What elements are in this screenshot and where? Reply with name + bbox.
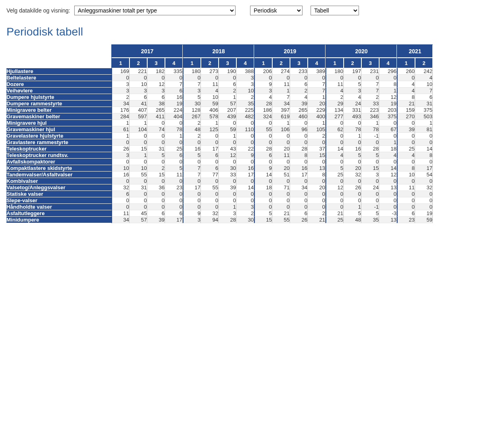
cell-value: 17 [165,217,183,223]
cell-value: 4 [397,88,415,94]
cell-value: 242 [415,68,433,75]
cell-value: 619 [272,113,290,120]
cell-value: 20 [344,165,361,172]
cell-value: 0 [147,191,165,197]
row-label: Veihøvlere [6,88,111,94]
cell-value: 15 [308,152,325,159]
cell-value: 0 [397,139,415,146]
cell-value: 23 [397,217,415,223]
cell-value: 2 [308,133,325,139]
cell-value: 39 [290,100,308,107]
cell-value: 260 [397,68,415,75]
cell-value: 33 [219,172,236,178]
cell-value: 0 [183,197,201,204]
cell-value: 0 [183,191,201,197]
cell-value: 5 [254,210,272,217]
cell-value: 39 [147,217,165,223]
cell-value: 0 [129,133,147,139]
cell-value: 1 [379,88,397,94]
cell-value: 7 [308,88,325,94]
cell-value: 233 [290,68,308,75]
row-label: Avfallskompaktorer [6,159,111,165]
quarter-header: 3 [290,58,308,68]
cell-value: 0 [325,75,344,81]
table-row: Gravelastere hjulstyrte10012010000201-10… [6,133,433,139]
cell-value: 493 [344,113,361,120]
cell-value: 4 [325,152,344,159]
cell-value: 28 [219,217,236,223]
table-row: Gravemaskiner belter28459741140426757843… [6,113,433,120]
quarter-header: 2 [129,58,147,68]
cell-value: 5 [165,165,183,172]
view-select[interactable]: Tabell [311,6,359,15]
cell-value: 1 [129,152,147,159]
cell-value: 389 [308,68,325,75]
cell-value: 1 [308,94,325,100]
cell-value: 11 [272,81,290,88]
cell-value: 31 [415,100,433,107]
cell-value: 78 [344,126,361,133]
cell-value: 7 [165,81,183,88]
cell-value: 6 [201,165,219,172]
cell-value: 0 [219,139,236,146]
cell-value: 0 [290,191,308,197]
cell-value: 12 [379,172,397,178]
cell-value: 0 [290,133,308,139]
cell-value: 5 [344,81,361,88]
cell-value: 0 [147,159,165,165]
cell-value: 1 [361,120,379,126]
cell-value: 2 [308,210,325,217]
cell-value: 105 [308,126,325,133]
cell-value: 0 [254,139,272,146]
cell-value: 203 [379,107,397,113]
quarter-header: 4 [379,58,397,68]
cell-value: 134 [325,107,344,113]
cell-value: 6 [290,81,308,88]
cell-value: 274 [272,68,290,75]
cell-value: 34 [111,100,129,107]
cell-value: 0 [397,191,415,197]
cell-value: 20 [308,184,325,191]
cell-value: 4 [344,94,361,100]
cell-value: 34 [111,217,129,223]
cell-value: 62 [325,126,344,133]
table-row: Valsetog/Anleggsvalser323136231755391418… [6,184,433,191]
cell-value: 6 [147,210,165,217]
cell-value: 597 [129,113,147,120]
cell-value: 19 [379,100,397,107]
cell-value: 190 [219,68,236,75]
cell-value: 2 [111,94,129,100]
cell-value: 0 [147,133,165,139]
cell-value: 21 [397,100,415,107]
cell-value: 7 [361,81,379,88]
cell-value: 12 [325,184,344,191]
cell-value: 9 [254,81,272,88]
cell-value: 11 [325,81,344,88]
cell-value: 5 [183,152,201,159]
datasource-select[interactable]: Anleggsmaskiner totalt per type [74,6,236,15]
cell-value: 0 [147,204,165,210]
cell-value: 8 [397,94,415,100]
cell-value: 400 [308,113,325,120]
cell-value: 23 [165,184,183,191]
cell-value: 16 [290,165,308,172]
cell-value: 223 [361,107,379,113]
cell-value: 35 [236,100,254,107]
cell-value: 0 [397,159,415,165]
cell-value: 25 [397,146,415,152]
cell-value: 0 [415,178,433,184]
cell-value: 36 [147,184,165,191]
cell-value: 14 [254,172,272,178]
cell-value: 6 [147,94,165,100]
cell-value: 0 [397,75,415,81]
cell-value: 1 [219,204,236,210]
cell-value: 0 [201,159,219,165]
quarter-header: 2 [201,58,219,68]
cell-value: 32 [201,210,219,217]
cell-value: 0 [254,75,272,81]
cell-value: 41 [129,100,147,107]
cell-value: 0 [165,75,183,81]
cell-value: 25 [165,146,183,152]
period-select[interactable]: Periodisk [250,6,302,15]
cell-value: 77 [201,172,219,178]
